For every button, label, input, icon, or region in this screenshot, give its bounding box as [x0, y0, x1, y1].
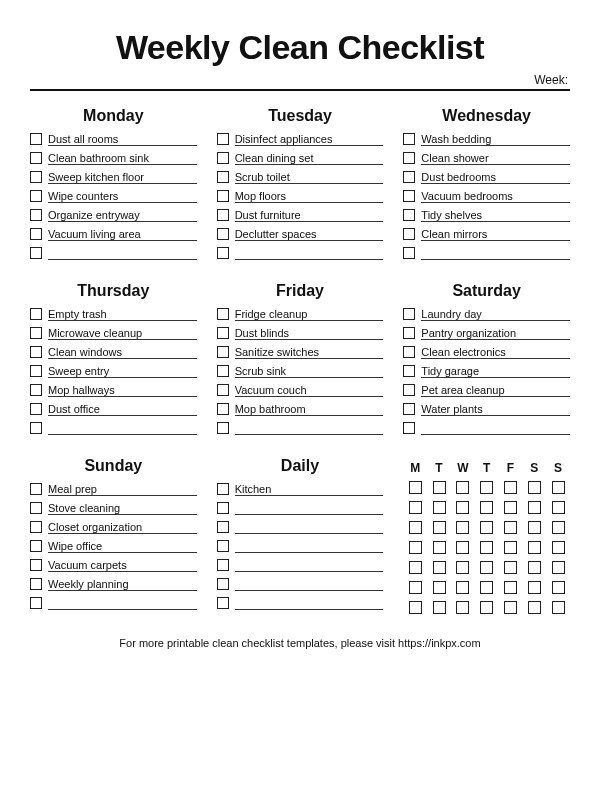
checkbox-icon[interactable]: [409, 481, 422, 494]
checkbox-icon[interactable]: [504, 541, 517, 554]
task-label[interactable]: Sweep kitchen floor: [48, 171, 197, 184]
task-label[interactable]: Clean windows: [48, 346, 197, 359]
checkbox-icon[interactable]: [433, 581, 446, 594]
checkbox-icon[interactable]: [480, 501, 493, 514]
checkbox-icon[interactable]: [217, 308, 229, 320]
task-label[interactable]: [235, 503, 384, 515]
checkbox-icon[interactable]: [480, 481, 493, 494]
checkbox-icon[interactable]: [30, 190, 42, 202]
task-label[interactable]: Declutter spaces: [235, 228, 384, 241]
checkbox-icon[interactable]: [433, 521, 446, 534]
task-label[interactable]: Sweep entry: [48, 365, 197, 378]
checkbox-icon[interactable]: [528, 481, 541, 494]
checkbox-icon[interactable]: [217, 247, 229, 259]
task-label[interactable]: Sanitize switches: [235, 346, 384, 359]
task-label[interactable]: Vacuum bedrooms: [421, 190, 570, 203]
task-label[interactable]: Clean bathroom sink: [48, 152, 197, 165]
checkbox-icon[interactable]: [217, 190, 229, 202]
checkbox-icon[interactable]: [217, 209, 229, 221]
checkbox-icon[interactable]: [403, 422, 415, 434]
task-label[interactable]: Closet organization: [48, 521, 197, 534]
checkbox-icon[interactable]: [30, 540, 42, 552]
task-label[interactable]: Microwave cleanup: [48, 327, 197, 340]
checkbox-icon[interactable]: [504, 581, 517, 594]
checkbox-icon[interactable]: [409, 521, 422, 534]
checkbox-icon[interactable]: [456, 541, 469, 554]
checkbox-icon[interactable]: [217, 483, 229, 495]
checkbox-icon[interactable]: [409, 501, 422, 514]
task-label[interactable]: Dust blinds: [235, 327, 384, 340]
checkbox-icon[interactable]: [30, 559, 42, 571]
task-label[interactable]: Meal prep: [48, 483, 197, 496]
task-label[interactable]: [48, 248, 197, 260]
checkbox-icon[interactable]: [217, 171, 229, 183]
checkbox-icon[interactable]: [552, 581, 565, 594]
task-label[interactable]: Water plants: [421, 403, 570, 416]
task-label[interactable]: Dust all rooms: [48, 133, 197, 146]
checkbox-icon[interactable]: [30, 171, 42, 183]
task-label[interactable]: Clean mirrors: [421, 228, 570, 241]
checkbox-icon[interactable]: [403, 327, 415, 339]
task-label[interactable]: Clean shower: [421, 152, 570, 165]
checkbox-icon[interactable]: [403, 365, 415, 377]
task-label[interactable]: [235, 598, 384, 610]
checkbox-icon[interactable]: [456, 581, 469, 594]
checkbox-icon[interactable]: [409, 581, 422, 594]
task-label[interactable]: Mop hallways: [48, 384, 197, 397]
checkbox-icon[interactable]: [403, 308, 415, 320]
checkbox-icon[interactable]: [403, 133, 415, 145]
task-label[interactable]: Vacuum couch: [235, 384, 384, 397]
checkbox-icon[interactable]: [409, 601, 422, 614]
checkbox-icon[interactable]: [433, 601, 446, 614]
checkbox-icon[interactable]: [480, 541, 493, 554]
checkbox-icon[interactable]: [30, 365, 42, 377]
task-label[interactable]: Pet area cleanup: [421, 384, 570, 397]
checkbox-icon[interactable]: [528, 601, 541, 614]
checkbox-icon[interactable]: [403, 209, 415, 221]
task-label[interactable]: [235, 560, 384, 572]
checkbox-icon[interactable]: [528, 521, 541, 534]
checkbox-icon[interactable]: [528, 581, 541, 594]
checkbox-icon[interactable]: [217, 403, 229, 415]
checkbox-icon[interactable]: [403, 247, 415, 259]
checkbox-icon[interactable]: [403, 152, 415, 164]
task-label[interactable]: Tidy shelves: [421, 209, 570, 222]
task-label[interactable]: [48, 598, 197, 610]
checkbox-icon[interactable]: [504, 561, 517, 574]
task-label[interactable]: Kitchen: [235, 483, 384, 496]
task-label[interactable]: Fridge cleanup: [235, 308, 384, 321]
task-label[interactable]: Weekly planning: [48, 578, 197, 591]
checkbox-icon[interactable]: [30, 228, 42, 240]
checkbox-icon[interactable]: [217, 422, 229, 434]
checkbox-icon[interactable]: [456, 561, 469, 574]
checkbox-icon[interactable]: [480, 581, 493, 594]
task-label[interactable]: Wipe office: [48, 540, 197, 553]
task-label[interactable]: [235, 423, 384, 435]
checkbox-icon[interactable]: [528, 561, 541, 574]
checkbox-icon[interactable]: [30, 403, 42, 415]
checkbox-icon[interactable]: [30, 133, 42, 145]
checkbox-icon[interactable]: [480, 561, 493, 574]
checkbox-icon[interactable]: [30, 247, 42, 259]
checkbox-icon[interactable]: [217, 327, 229, 339]
task-label[interactable]: Mop floors: [235, 190, 384, 203]
task-label[interactable]: Empty trash: [48, 308, 197, 321]
checkbox-icon[interactable]: [552, 481, 565, 494]
checkbox-icon[interactable]: [409, 541, 422, 554]
task-label[interactable]: [48, 423, 197, 435]
task-label[interactable]: Clean dining set: [235, 152, 384, 165]
task-label[interactable]: Wipe counters: [48, 190, 197, 203]
task-label[interactable]: Dust office: [48, 403, 197, 416]
checkbox-icon[interactable]: [433, 501, 446, 514]
task-label[interactable]: [421, 423, 570, 435]
task-label[interactable]: Mop bathroom: [235, 403, 384, 416]
task-label[interactable]: Vacuum carpets: [48, 559, 197, 572]
checkbox-icon[interactable]: [217, 521, 229, 533]
checkbox-icon[interactable]: [403, 346, 415, 358]
checkbox-icon[interactable]: [30, 152, 42, 164]
task-label[interactable]: Pantry organization: [421, 327, 570, 340]
checkbox-icon[interactable]: [456, 501, 469, 514]
checkbox-icon[interactable]: [552, 601, 565, 614]
checkbox-icon[interactable]: [403, 403, 415, 415]
checkbox-icon[interactable]: [504, 601, 517, 614]
